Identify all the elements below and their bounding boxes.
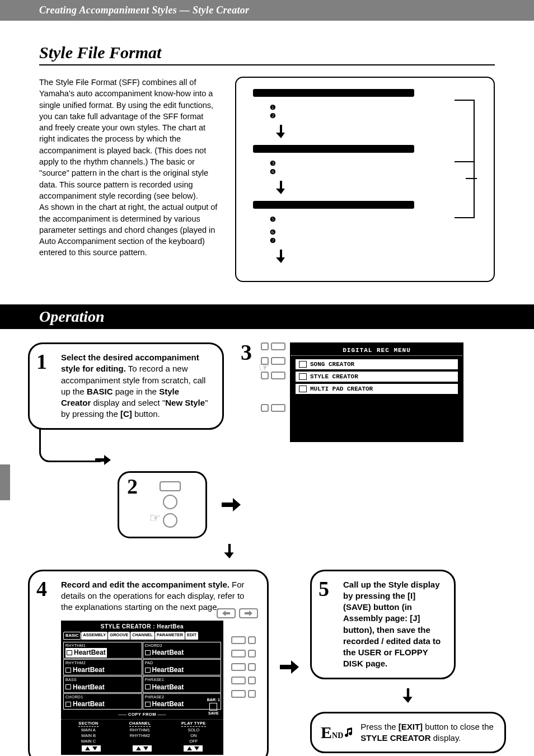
updown-control[interactable] [184, 745, 203, 752]
panel-button[interactable] [261, 404, 269, 412]
chart-bullet-5: ❺ [270, 215, 477, 224]
lcd-tab-channel[interactable]: CHANNEL [130, 632, 154, 640]
step-number-2: 2 [127, 474, 138, 499]
chart-bullet-7: ❼ [270, 237, 477, 245]
style-icon [299, 373, 307, 380]
screen-side-buttons-right [231, 636, 256, 698]
updown-control[interactable] [82, 745, 101, 752]
step-1-box: 1 Select the desired accompaniment style… [28, 342, 224, 430]
arrow-down-icon [275, 250, 477, 265]
step-number-4: 4 [36, 575, 47, 603]
intro-text-block: The Style File Format (SFF) combines all… [39, 77, 218, 282]
lcd-tab-edit[interactable]: EDIT [185, 632, 198, 640]
operation-heading: Operation [0, 304, 534, 329]
panel-button[interactable] [248, 636, 256, 644]
panel-button[interactable] [231, 677, 246, 684]
chart-bullet-4: ❹ [270, 168, 477, 176]
music-note-icon [344, 727, 354, 738]
arrow-down-icon [275, 181, 477, 196]
end-label: END [321, 721, 354, 744]
lcd-tab-basic[interactable]: BASIC [63, 632, 81, 640]
intro-paragraph-1: The Style File Format (SFF) combines all… [39, 78, 213, 200]
hand-pointer-icon: ☞ [149, 511, 161, 525]
digital-rec-menu-screen: DIGITAL REC MENU SONG CREATOR STYLE CREA… [290, 342, 463, 442]
hand-pointer-icon: ☞ [259, 360, 270, 375]
panel-button[interactable] [271, 404, 285, 412]
arrow-right-icon [222, 497, 241, 512]
panel-button[interactable] [231, 636, 246, 644]
panel-button[interactable] [271, 372, 285, 379]
step-4-box: 4 Record and edit the accompaniment styl… [28, 570, 269, 757]
panel-button[interactable] [231, 690, 246, 698]
step-number-5: 5 [318, 575, 329, 603]
step-2-box: 2 ☞ [118, 471, 207, 538]
header-breadcrumb: Creating Accompaniment Styles — Style Cr… [0, 0, 534, 21]
end-text: Press the [EXIT] button to close the STY… [360, 721, 494, 744]
chart-connector [455, 95, 477, 262]
step-end-box: END Press the [EXIT] button to close the… [310, 712, 506, 754]
lcd-tab-row: BASIC ASSEMBLY GROOVE CHANNEL PARAMETER … [61, 631, 223, 641]
intro-paragraph-2: As shown in the chart at right, the actu… [39, 203, 217, 257]
arrow-right-icon [280, 660, 299, 674]
lcd-channel-cell[interactable]: RHYTHM1HeartBeat [63, 642, 142, 659]
panel-round-button[interactable] [163, 495, 177, 509]
section-title: Style File Format [39, 43, 495, 65]
step-number-1: 1 [36, 348, 47, 376]
menu-item-multipad-creator[interactable]: MULTI PAD CREATOR [296, 384, 458, 394]
lcd-channel-cell[interactable]: PADHeartBeat [143, 659, 222, 676]
panel-button[interactable] [248, 690, 256, 698]
chart-bullet-2: ❷ [270, 112, 477, 120]
breadcrumb-text: Creating Accompaniment Styles — Style Cr… [39, 4, 249, 16]
panel-button[interactable] [271, 342, 285, 350]
tab-back-button[interactable] [217, 608, 236, 618]
lcd-channel-cell[interactable]: CHORD1HeartBeat [63, 693, 142, 710]
arrow-down-icon [223, 551, 236, 560]
lcd-channel-cell[interactable]: CHORD2HeartBeat [143, 642, 222, 659]
lcd-channel-cell[interactable]: PHRASE1HeartBeat [143, 676, 222, 693]
step5-text: Call up the Style display by pressing th… [343, 580, 441, 669]
arrow-down-icon [275, 125, 477, 140]
connector-line [39, 429, 101, 462]
operation-title: Operation [39, 308, 105, 325]
panel-button[interactable] [261, 342, 269, 350]
sff-flowchart: ❶ ❷ ❸ ❹ ❺ ❻ ❼ [235, 77, 495, 282]
panel-button[interactable] [231, 663, 246, 671]
panel-button[interactable] [248, 650, 256, 658]
step4-text: Record and edit the accompaniment style.… [61, 579, 256, 613]
menu-item-style-creator[interactable]: STYLE CREATOR [296, 372, 458, 382]
panel-button[interactable] [248, 663, 256, 671]
screen-title: DIGITAL REC MENU [291, 347, 462, 356]
screen-side-buttons-left: ☞ [261, 342, 285, 442]
lcd-tab-groove[interactable]: GROOVE [108, 632, 130, 640]
arrow-right-icon [95, 454, 224, 468]
chart-bullet-1: ❶ [270, 104, 477, 112]
style-creator-screen: STYLE CREATOR : HeartBea BASIC ASSEMBLY … [61, 621, 223, 755]
pad-icon [299, 386, 307, 392]
menu-item-song-creator[interactable]: SONG CREATOR [296, 359, 458, 369]
lcd-channel-cell[interactable]: BASSHeartBeat [63, 676, 142, 693]
digital-recording-button[interactable] [160, 481, 181, 491]
note-icon [299, 361, 307, 368]
panel-button[interactable] [271, 357, 285, 365]
lcd-tab-parameter[interactable]: PARAMETER [155, 632, 185, 640]
lcd-title: STYLE CREATOR : HeartBea [61, 623, 223, 631]
step-5-box: 5 Call up the Style display by pressing … [310, 570, 456, 679]
save-icon [209, 703, 217, 711]
arrow-down-icon [310, 688, 506, 703]
updown-control[interactable] [133, 745, 152, 752]
lcd-tab-assembly[interactable]: ASSEMBLY [81, 632, 107, 640]
step-number-3: 3 [241, 339, 252, 365]
tab-next-button[interactable] [239, 608, 258, 618]
panel-button[interactable] [248, 677, 256, 684]
chart-bullet-3: ❸ [270, 159, 477, 168]
panel-round-button[interactable] [163, 513, 177, 528]
chart-bullet-6: ❻ [270, 228, 477, 237]
step1-text: Select the desired accompaniment style f… [61, 353, 208, 419]
lcd-channel-cell[interactable]: RHYTHM2HeartBeat [63, 659, 142, 676]
panel-button[interactable] [231, 650, 246, 658]
